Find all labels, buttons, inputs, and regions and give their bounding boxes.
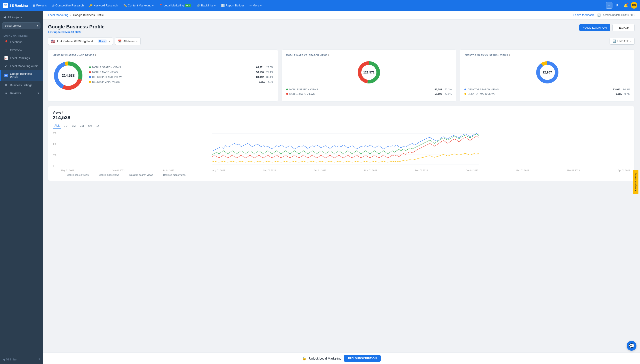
line-legend-mobile-search-line	[61, 175, 66, 175]
unlock-text: Unlock Local Marketing	[309, 357, 342, 360]
nav-competitive-research[interactable]: ◎ Competitive Research	[50, 2, 86, 8]
nav-notification-button[interactable]: 🔔	[622, 2, 629, 9]
audit-icon: ✓	[4, 64, 8, 68]
sidebar-item-business-listings[interactable]: ≡ Business Listings	[0, 81, 43, 89]
line-legend-desktop-search-line	[124, 175, 128, 175]
mobile-chart-legend: MOBILE SEARCH VIEWS 63,381 52.1% MOBILE …	[286, 88, 452, 97]
line-chart-container: 600 400 200 0	[53, 131, 630, 172]
line-legend-mobile-maps-line	[93, 175, 98, 175]
overview-icon: ⊞	[4, 48, 8, 52]
legend-item-mobile-maps: MOBILE MAPS VIEWS 58,190 27.1%	[89, 71, 273, 74]
desktop-chart-title: DESKTOP MAPS VS. SEARCH VIEWS ℹ	[465, 54, 630, 56]
nav-flag-button[interactable]: 🏳	[614, 2, 621, 9]
sidebar-item-local-rankings[interactable]: 📈 Local Rankings	[0, 54, 43, 62]
time-tab-6m[interactable]: 6M	[86, 123, 94, 128]
logo-icon: SE	[3, 3, 8, 8]
nav-backlinks[interactable]: 🔗 Backlinks ▾	[194, 2, 218, 8]
nav-keyword-research[interactable]: 🔑 Keyword Research	[87, 2, 120, 8]
sidebar-item-reviews[interactable]: ★ Reviews ▾	[0, 89, 43, 97]
sidebar-all-projects[interactable]: ◀ All Projects	[0, 13, 43, 21]
mobile-donut-label: 121,571	[363, 70, 375, 74]
line-legend-desktop-maps: Desktop maps views	[157, 174, 185, 176]
sidebar-project-select[interactable]: Select project ▾	[2, 22, 41, 29]
buy-subscription-button[interactable]: BUY SUBSCRIPTION	[344, 355, 381, 362]
calendar-icon: 📅	[118, 40, 122, 43]
export-icon: ↑	[616, 26, 618, 29]
page-header: Google Business Profile Last updated Mar…	[48, 24, 635, 34]
refresh-icon: 🔄	[612, 40, 616, 43]
time-tab-3m[interactable]: 3M	[78, 123, 86, 128]
user-avatar[interactable]: DD	[631, 2, 637, 9]
line-legend-desktop-maps-line	[157, 175, 162, 175]
sidebar-item-locations[interactable]: 📍 Locations	[0, 38, 43, 46]
line-legend-desktop-search: Desktop search views	[124, 174, 153, 176]
time-tab-1y[interactable]: 1Y	[95, 123, 102, 128]
page-actions: + ADD LOCATION ↑ EXPORT	[579, 24, 635, 31]
line-legend-mobile-search: Mobile search views	[61, 174, 89, 176]
mobile-legend-dot-search	[286, 88, 288, 90]
filters-left: 🇺🇸 Folk Osteria, 6839 Highland ... Demo …	[48, 37, 141, 45]
donut-section-main: 214,538 MOBILE SEARCH VIEWS 63,381 29.5%	[53, 60, 273, 91]
nav-report-builder[interactable]: 📊 Report Builder	[219, 2, 246, 8]
breadcrumb-bar: Local Marketing › Google Business Profil…	[43, 11, 640, 20]
sidebar: ◀ All Projects Select project ▾ LOCAL MA…	[0, 11, 43, 364]
views-header: Views ℹ 214,538	[53, 111, 630, 120]
update-button[interactable]: 🔄 UPDATE ▾	[609, 38, 635, 44]
page-content: Google Business Profile Last updated Mar…	[43, 20, 640, 190]
nav-add-button[interactable]: +	[606, 2, 612, 9]
views-by-platform-card: VIEWS BY PLATFORM AND DEVICE ℹ	[48, 50, 278, 102]
chat-icon: 💬	[629, 343, 634, 348]
time-tab-1m[interactable]: 1M	[70, 123, 78, 128]
sidebar-section-label: LOCAL MARKETING	[0, 33, 43, 38]
top-nav: SE SE Ranking ▦ Projects ◎ Competitive R…	[0, 0, 640, 11]
x-axis: May-01 2022 Jun-01 2022 Jul-01 2022 Aug-…	[61, 169, 630, 172]
leave-feedback-link[interactable]: Leave feedback	[573, 13, 594, 17]
main-donut-label: 214,538	[62, 74, 75, 78]
charts-row: VIEWS BY PLATFORM AND DEVICE ℹ	[48, 50, 635, 102]
breadcrumb-separator: ›	[70, 13, 71, 17]
page-title-section: Google Business Profile Last updated Mar…	[48, 24, 104, 34]
help-icon[interactable]: ?	[38, 358, 40, 361]
location-update-limit: 🔄 Location update limit: 0 / 0 ℹ	[597, 14, 635, 17]
location-select[interactable]: 🇺🇸 Folk Osteria, 6839 Highland ... Demo …	[48, 37, 113, 45]
update-chevron-icon: ▾	[630, 40, 632, 43]
nav-more[interactable]: ··· More ▾	[247, 2, 264, 8]
minimize-button[interactable]: ◀ Minimize	[3, 358, 17, 361]
legend-dot-desktop-maps	[89, 81, 91, 83]
time-tab-all[interactable]: ALL	[53, 123, 61, 128]
mobile-maps-search-card: MOBILE MAPS VS. SEARCH VIEWS ℹ 121,571	[282, 50, 457, 102]
breadcrumb-parent[interactable]: Local Marketing	[48, 13, 68, 17]
views-platform-title: VIEWS BY PLATFORM AND DEVICE ℹ	[53, 54, 273, 56]
mobile-legend-dot-maps	[286, 93, 288, 95]
desktop-legend-dot-maps	[465, 93, 466, 95]
y-axis: 600 400 200 0	[53, 131, 59, 172]
mobile-donut-section: 121,571 MOBILE SEARCH VIEWS 63,381 52.1%	[286, 60, 452, 97]
nav-projects[interactable]: ▦ Projects	[31, 2, 49, 8]
nav-content-marketing[interactable]: ✏️ Content Marketing ▾	[121, 2, 156, 8]
sidebar-item-overview[interactable]: ⊞ Overview	[0, 46, 43, 54]
gbp-icon: G	[4, 74, 8, 77]
main-chart-legend: MOBILE SEARCH VIEWS 63,381 29.5% MOBILE …	[89, 66, 273, 86]
app-logo[interactable]: SE SE Ranking	[3, 3, 28, 8]
app-name: SE Ranking	[9, 4, 28, 7]
breadcrumb: Local Marketing › Google Business Profil…	[48, 13, 104, 17]
sidebar-item-google-business-profile[interactable]: G Google Business Profile	[0, 70, 43, 81]
desktop-donut-section: 92,967 DESKTOP SEARCH VIEWS 83,912 90.3%	[465, 60, 630, 97]
views-info-icon: ℹ	[62, 111, 63, 114]
chat-button[interactable]: 💬	[627, 341, 636, 351]
time-tab-7d[interactable]: 7D	[62, 123, 69, 128]
sidebar-item-local-marketing-audit[interactable]: ✓ Local Marketing Audit	[0, 62, 43, 70]
desktop-legend-maps: DESKTOP MAPS VIEWS 9,055 9.7%	[465, 92, 630, 95]
mobile-legend-maps: MOBILE MAPS VIEWS 58,190 47.9%	[286, 92, 452, 95]
nav-local-marketing[interactable]: 📍 Local Marketing NEW	[157, 2, 193, 8]
feedback-tab[interactable]: Leave feedback	[633, 170, 638, 194]
legend-item-mobile-search: MOBILE SEARCH VIEWS 63,381 29.5%	[89, 66, 273, 68]
date-select[interactable]: 📅 All dates ▾	[115, 37, 141, 45]
legend-item-desktop-maps: DESKTOP MAPS VIEWS 9,055 4.2%	[89, 80, 273, 83]
nav-right-actions: + 🏳 🔔 DD	[606, 2, 637, 9]
add-location-button[interactable]: + ADD LOCATION	[579, 24, 610, 31]
export-button[interactable]: ↑ EXPORT	[612, 24, 635, 31]
line-chart-svg	[61, 131, 630, 169]
breadcrumb-right: Leave feedback 🔄 Location update limit: …	[573, 13, 635, 17]
breadcrumb-current: Google Business Profile	[73, 13, 104, 17]
